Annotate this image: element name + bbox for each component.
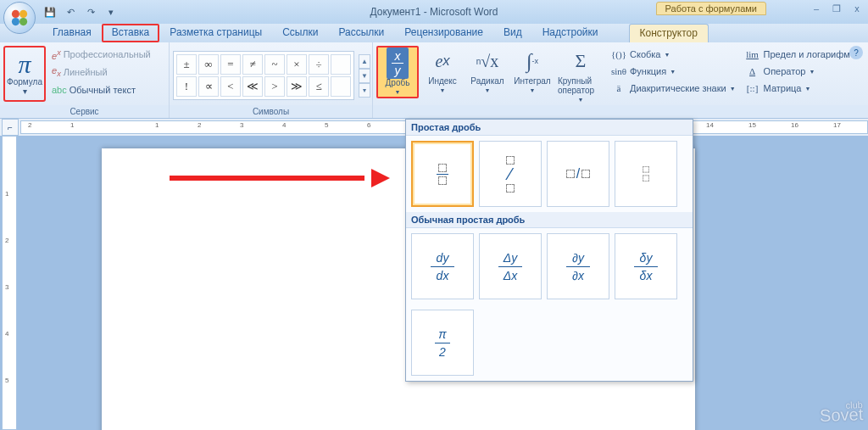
fraction-button[interactable]: xy Дробь ▼ — [376, 46, 419, 98]
symbols-grid: ± ∞ = ≠ ~ × ÷ ! ∝ < ≪ > ≫ ≤ — [173, 51, 354, 100]
radical-label: Радикал — [470, 76, 504, 86]
group-structures-label — [373, 105, 868, 118]
tab-view[interactable]: Вид — [493, 24, 532, 42]
sym-gt[interactable]: > — [264, 76, 285, 97]
fraction-pi-2[interactable]: π2 — [411, 310, 474, 376]
plain-text-label: Обычный текст — [70, 85, 136, 95]
diacritic-button[interactable]: äДиакритические знаки▼ — [608, 80, 739, 97]
sym-times[interactable]: × — [287, 54, 307, 75]
integral-icon: ∫-x — [526, 47, 538, 75]
sym-lt[interactable]: < — [220, 76, 241, 97]
fraction-stacked[interactable] — [411, 141, 474, 207]
gallery-section-simple: Простая дробь — [406, 120, 693, 136]
function-button[interactable]: sinθФункция▼ — [608, 63, 739, 80]
operator-label: Оператор — [764, 66, 806, 76]
bracket-icon: {()} — [611, 49, 626, 59]
quick-access-toolbar: 💾 ↶ ↷ ▾ — [41, 3, 120, 21]
tab-home[interactable]: Главная — [42, 24, 102, 42]
professional-label: Профессиональный — [64, 49, 151, 59]
operator-icon: Δ — [745, 66, 760, 76]
bracket-button[interactable]: {()}Скобка▼ — [608, 46, 739, 63]
tab-references[interactable]: Ссылки — [272, 24, 328, 42]
sym-eq[interactable]: = — [220, 54, 241, 75]
help-icon[interactable]: ? — [849, 46, 863, 59]
symbols-scroll: ▲ ▼ ▾ — [359, 54, 370, 98]
tab-page-layout[interactable]: Разметка страницы — [159, 24, 272, 42]
sym-neq[interactable]: ≠ — [242, 54, 263, 75]
linear-button[interactable]: exЛинейный — [48, 64, 154, 81]
diacritic-icon: ä — [611, 83, 626, 93]
professional-button[interactable]: exПрофессиональный — [48, 46, 154, 63]
sym-gg[interactable]: ≫ — [287, 76, 307, 97]
chevron-down-icon: ▼ — [395, 89, 401, 95]
sym-pm[interactable]: ± — [176, 54, 197, 75]
large-operator-button[interactable]: Σ Крупный оператор▼ — [556, 46, 605, 104]
qat-undo[interactable]: ↶ — [61, 3, 80, 21]
fraction-Dy-Dx[interactable]: ΔyΔx — [479, 233, 542, 299]
ribbon: ? π Формула ▾ exПрофессиональный exЛиней… — [0, 42, 868, 119]
window-title: Документ1 - Microsoft Word — [370, 6, 498, 18]
plain-text-button[interactable]: abcОбычный текст — [48, 81, 154, 98]
symbols-more[interactable]: ▾ — [359, 83, 370, 98]
formula-button[interactable]: π Формула ▾ — [3, 46, 46, 102]
sym-le[interactable]: ≤ — [309, 76, 329, 97]
lim-icon: lim — [745, 49, 760, 59]
svg-point-2 — [12, 18, 19, 25]
tab-selector[interactable]: ⌐ — [2, 119, 19, 136]
close-button[interactable]: x — [849, 3, 865, 17]
tab-insert[interactable]: Вставка — [102, 24, 160, 42]
sym-inf[interactable]: ∞ — [198, 54, 219, 75]
matrix-icon: [::] — [745, 83, 760, 93]
group-service-label: Сервис — [0, 105, 169, 118]
sym-ll[interactable]: ≪ — [242, 76, 263, 97]
fraction-linear[interactable]: / — [547, 141, 609, 207]
matrix-label: Матрица — [764, 83, 802, 93]
sym-div[interactable]: ÷ — [309, 54, 329, 75]
group-symbols-label: Символы — [170, 105, 372, 118]
tab-mailings[interactable]: Рассылки — [328, 24, 394, 42]
svg-point-0 — [12, 10, 19, 18]
annotation-arrow — [170, 172, 390, 184]
gallery-section-common: Обычная простая дробь — [406, 212, 693, 228]
text-icon: abc — [52, 85, 67, 95]
fraction-label: Дробь — [386, 78, 410, 87]
minimize-button[interactable]: – — [809, 3, 824, 17]
function-label: Функция — [630, 66, 666, 76]
sym-tilde[interactable]: ~ — [264, 54, 285, 75]
fraction-small[interactable] — [615, 141, 677, 207]
fraction-delta[interactable]: δyδx — [615, 233, 677, 299]
bracket-label: Скобка — [630, 49, 660, 59]
linear-label: Линейный — [64, 67, 108, 77]
window-controls: – ❐ x — [809, 3, 865, 17]
symbols-up[interactable]: ▲ — [359, 54, 370, 69]
fraction-skewed[interactable]: ⁄ — [479, 141, 542, 207]
limlog-button[interactable]: limПредел и логарифм▼ — [742, 46, 863, 63]
tab-review[interactable]: Рецензирование — [394, 24, 493, 42]
matrix-button[interactable]: [::]Матрица▼ — [742, 80, 863, 97]
integral-label: Интеграл — [514, 76, 550, 86]
symbols-down[interactable]: ▼ — [359, 69, 370, 83]
qat-save[interactable]: 💾 — [41, 3, 59, 21]
office-button[interactable] — [3, 2, 36, 34]
frac-den: y — [395, 64, 401, 77]
sym-prop[interactable]: ∝ — [198, 76, 219, 97]
tab-addins[interactable]: Надстройки — [532, 24, 609, 42]
tab-design[interactable]: Конструктор — [629, 24, 709, 42]
operator-button[interactable]: ΔОператор▼ — [742, 63, 863, 80]
index-button[interactable]: ex Индекс▼ — [421, 46, 464, 95]
integral-button[interactable]: ∫-x Интеграл▼ — [511, 46, 554, 95]
group-service: π Формула ▾ exПрофессиональный exЛинейны… — [0, 42, 170, 118]
group-structures: xy Дробь ▼ ex Индекс▼ n√x Радикал▼ ∫-x И… — [373, 42, 868, 118]
title-bar: 💾 ↶ ↷ ▾ Документ1 - Microsoft Word Работ… — [0, 0, 868, 24]
contextual-tab-group: Работа с формулами — [656, 2, 766, 15]
restore-button[interactable]: ❐ — [829, 3, 844, 17]
sym-fact[interactable]: ! — [176, 76, 197, 97]
qat-customize[interactable]: ▾ — [102, 3, 120, 21]
sigma-icon: Σ — [576, 47, 587, 75]
fraction-dy-dx[interactable]: dydx — [411, 233, 474, 299]
qat-redo[interactable]: ↷ — [81, 3, 100, 21]
fraction-partial[interactable]: ∂y∂x — [547, 233, 609, 299]
large-op-label: Крупный оператор — [558, 76, 604, 95]
radical-button[interactable]: n√x Радикал▼ — [466, 46, 509, 95]
vertical-ruler[interactable]: 12345 — [2, 136, 17, 430]
